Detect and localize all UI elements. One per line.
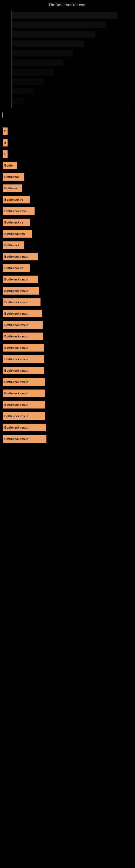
result-label: B <box>4 141 6 144</box>
result-label: Bottleneck result <box>4 369 28 372</box>
svg-rect-6 <box>12 69 54 76</box>
result-item: Bottleneck <box>0 172 135 182</box>
result-bar: Bottleneck result <box>3 424 46 431</box>
result-label: Bottleneck <box>4 244 19 247</box>
result-label: Bottleneck result <box>4 437 28 440</box>
result-item: Bottleneck result <box>0 274 135 285</box>
results-list: BBBBottleBottleneckBottlenecBottleneck r… <box>0 120 135 445</box>
result-item: Bottleneck result <box>0 251 135 262</box>
result-label: B <box>4 152 6 156</box>
svg-rect-1 <box>12 22 106 28</box>
result-label: Bottleneck re <box>4 267 23 270</box>
result-label: Bottleneck result <box>4 278 28 281</box>
result-bar: B <box>3 127 8 135</box>
result-label: Bottleneck result <box>4 414 28 418</box>
result-label: Bottleneck result <box>4 312 28 315</box>
result-item: Bottleneck result <box>0 422 135 433</box>
svg-rect-2 <box>12 31 95 38</box>
result-label: Bottleneck result <box>4 301 28 304</box>
result-label: Bottleneck result <box>4 403 28 406</box>
result-bar: Bottleneck result <box>3 412 45 420</box>
result-item: Bottleneck result <box>0 433 135 444</box>
result-bar: Bottleneck result <box>3 378 45 386</box>
chart-svg <box>0 9 135 112</box>
result-label: Bottleneck result <box>4 335 28 338</box>
result-bar: Bottleneck res <box>3 230 32 238</box>
result-bar: Bottleneck resu <box>3 207 35 215</box>
result-bar: Bottlenec <box>3 184 22 192</box>
result-bar: Bottleneck result <box>3 310 42 317</box>
result-bar: Bottleneck result <box>3 367 44 374</box>
result-item: Bottleneck result <box>0 376 135 388</box>
result-item: Bottle <box>0 160 135 171</box>
result-item: Bottleneck re <box>0 262 135 273</box>
result-item: B <box>0 149 135 159</box>
result-label: Bottleneck result <box>4 255 28 258</box>
result-item: Bottleneck result <box>0 388 135 399</box>
svg-rect-5 <box>12 59 63 66</box>
result-item: Bottleneck <box>0 240 135 251</box>
result-label: B <box>4 130 6 133</box>
cursor-line <box>2 112 3 118</box>
svg-rect-4 <box>12 50 73 57</box>
result-item: Bottleneck res <box>0 228 135 239</box>
result-item: Bottleneck result <box>0 308 135 319</box>
result-label: Bottleneck result <box>4 346 28 349</box>
result-item: Bottleneck result <box>0 354 135 365</box>
result-item: Bottlenec <box>0 183 135 194</box>
result-item: Bottleneck result <box>0 342 135 353</box>
result-label: Bottleneck result <box>4 380 28 383</box>
result-bar: Bottleneck result <box>3 333 43 340</box>
svg-rect-9 <box>12 97 25 104</box>
site-header: TheBottlenecker.com <box>0 0 135 9</box>
result-bar: Bottleneck re <box>3 264 30 272</box>
result-bar: Bottleneck result <box>3 401 45 408</box>
result-bar: B <box>3 150 8 158</box>
result-label: Bottleneck re <box>4 221 23 224</box>
result-label: Bottleneck result <box>4 426 28 429</box>
result-bar: Bottleneck result <box>3 435 46 443</box>
result-bar: Bottleneck result <box>3 344 44 351</box>
result-label: Bottleneck result <box>4 323 28 327</box>
result-label: Bottleneck result <box>4 289 28 292</box>
result-item: Bottleneck result <box>0 331 135 342</box>
result-bar: Bottleneck result <box>3 276 38 283</box>
result-label: Bottleneck result <box>4 392 28 395</box>
result-item: Bottleneck re <box>0 217 135 228</box>
result-item: Bottleneck result <box>0 365 135 376</box>
result-label: Bottle <box>4 164 13 167</box>
svg-rect-8 <box>12 88 34 95</box>
result-label: Bottlenec <box>4 187 18 190</box>
svg-rect-7 <box>12 79 44 85</box>
result-bar: Bottleneck result <box>3 299 41 306</box>
result-bar: Bottleneck result <box>3 287 39 294</box>
result-bar: Bottleneck result <box>3 390 45 397</box>
result-item: Bottleneck resu <box>0 206 135 216</box>
bar-chart-area <box>0 9 135 112</box>
result-label: Bottleneck result <box>4 358 28 361</box>
result-item: Bottleneck result <box>0 399 135 410</box>
result-bar: Bottleneck re <box>3 219 30 226</box>
result-item: B <box>0 126 135 137</box>
result-bar: B <box>3 139 8 147</box>
svg-rect-0 <box>12 12 118 19</box>
result-item: Bottleneck result <box>0 411 135 422</box>
result-label: Bottleneck re <box>4 198 23 201</box>
result-bar: Bottleneck result <box>3 321 43 329</box>
result-item: B <box>0 137 135 148</box>
svg-rect-3 <box>12 40 84 47</box>
result-item: Bottleneck result <box>0 319 135 330</box>
result-label: Bottleneck <box>4 175 19 179</box>
result-bar: Bottleneck <box>3 173 24 181</box>
cursor-area <box>0 112 135 120</box>
result-item: Bottleneck result <box>0 285 135 296</box>
result-bar: Bottleneck result <box>3 355 44 363</box>
result-bar: Bottleneck re <box>3 196 30 204</box>
site-title: TheBottlenecker.com <box>0 0 135 9</box>
result-item: Bottleneck result <box>0 297 135 308</box>
result-bar: Bottleneck <box>3 241 24 249</box>
result-label: Bottleneck res <box>4 232 25 236</box>
result-item: Bottleneck re <box>0 194 135 205</box>
result-bar: Bottle <box>3 162 17 169</box>
result-label: Bottleneck resu <box>4 209 27 213</box>
